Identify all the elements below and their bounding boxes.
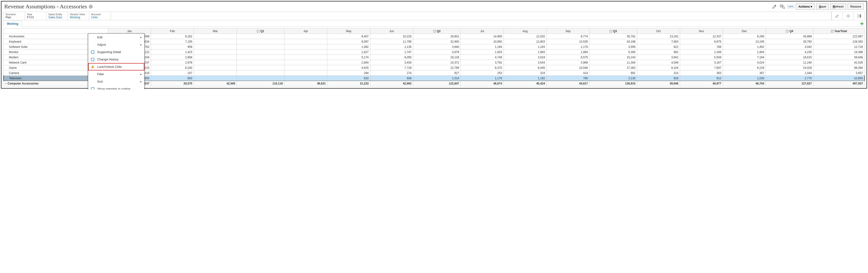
data-cell[interactable]: 768 (680, 44, 723, 49)
tab-working[interactable]: Working (3, 21, 22, 27)
data-cell[interactable]: 3,555 (590, 44, 637, 49)
data-cell[interactable]: 24,029 (766, 65, 813, 70)
data-cell[interactable]: 1,192 (503, 76, 547, 81)
data-cell[interactable]: 10,535 (547, 39, 589, 44)
data-cell[interactable]: 110,118 (237, 81, 284, 86)
data-cell[interactable]: 42,983 (370, 81, 413, 86)
data-cell[interactable]: 7,729 (370, 65, 413, 70)
data-cell[interactable]: 6,162 (151, 34, 194, 39)
data-cell[interactable]: 4,024 (723, 60, 766, 65)
edit-icon[interactable] (771, 4, 778, 10)
data-cell[interactable]: 828 (637, 76, 680, 81)
data-cell[interactable]: 8,370 (461, 65, 503, 70)
data-cell[interactable]: 122,847 (413, 81, 461, 86)
data-cell[interactable] (284, 70, 327, 76)
data-cell[interactable]: 157 (151, 70, 194, 76)
data-cell[interactable]: 7,164 (723, 55, 766, 60)
data-cell[interactable]: 8,228 (723, 65, 766, 70)
col-header[interactable]: −Q3 (590, 29, 637, 34)
data-cell[interactable]: 10,548 (547, 65, 589, 70)
info-icon[interactable]: i (89, 5, 93, 8)
data-cell[interactable]: 253 (461, 70, 503, 76)
save-button[interactable]: Save (816, 3, 829, 10)
data-cell[interactable]: 294 (327, 70, 370, 76)
data-cell[interactable]: 1,082 (327, 44, 370, 49)
data-cell[interactable]: 1,452 (723, 44, 766, 49)
col-header[interactable]: Dec (723, 29, 766, 34)
pov-expand-icon[interactable] (854, 12, 864, 20)
data-cell[interactable] (194, 44, 237, 49)
data-cell[interactable]: 10,850 (461, 39, 503, 44)
col-header[interactable]: −YearTotal (813, 29, 864, 34)
data-cell[interactable]: 31,233 (327, 81, 370, 86)
col-header[interactable]: Jun (370, 29, 413, 34)
data-cell[interactable]: 6,055 (370, 55, 413, 60)
data-cell[interactable]: 760 (547, 76, 589, 81)
col-header[interactable]: Feb (151, 29, 194, 34)
col-header[interactable]: Sep (547, 29, 589, 34)
data-cell[interactable]: 7,697 (680, 65, 723, 70)
col-header[interactable]: Apr (284, 29, 327, 34)
data-cell[interactable]: 959 (151, 44, 194, 49)
data-cell[interactable] (194, 55, 237, 60)
data-cell[interactable]: 16,615 (766, 55, 813, 60)
data-cell[interactable] (194, 60, 237, 65)
data-cell[interactable]: 15,243 (590, 55, 637, 60)
data-cell[interactable]: 10,372 (413, 60, 461, 65)
data-cell[interactable] (237, 76, 284, 81)
data-cell[interactable]: 12,718 (813, 44, 864, 49)
data-cell[interactable]: 1,178 (547, 44, 589, 49)
data-cell[interactable]: 2,858 (151, 55, 194, 60)
data-cell[interactable]: 982 (637, 49, 680, 55)
data-cell[interactable]: 4,825 (327, 65, 370, 70)
col-header[interactable]: Mar (194, 29, 237, 34)
col-header[interactable]: −Q1 (237, 29, 284, 34)
context-menu-item[interactable]: Lock/Unlock Cells (88, 63, 144, 70)
data-cell[interactable]: 11,240 (766, 60, 813, 65)
col-header[interactable]: Jan (108, 29, 151, 34)
data-cell[interactable]: 1,864 (547, 49, 589, 55)
data-cell[interactable]: 5,174 (327, 55, 370, 60)
data-cell[interactable]: 42,506 (194, 81, 237, 86)
data-cell[interactable]: 4,749 (461, 55, 503, 60)
data-cell[interactable]: 414 (547, 70, 589, 76)
data-cell[interactable] (194, 70, 237, 76)
data-cell[interactable]: 2,314 (413, 76, 461, 81)
context-menu-item[interactable]: Adjust▸ (88, 41, 144, 48)
data-cell[interactable]: 3,543 (503, 60, 547, 65)
format-zoom-icon[interactable] (779, 4, 786, 10)
data-cell[interactable]: 1,904 (723, 49, 766, 55)
data-cell[interactable] (284, 55, 327, 60)
data-cell[interactable]: 22,789 (413, 65, 461, 70)
data-cell[interactable] (194, 34, 237, 39)
data-cell[interactable] (194, 39, 237, 44)
context-menu-item[interactable]: Supporting Detail (88, 48, 144, 56)
data-cell[interactable]: 12,337 (680, 34, 723, 39)
data-cell[interactable]: 46,874 (461, 81, 503, 86)
data-cell[interactable]: 3,042 (766, 44, 813, 49)
data-cell[interactable]: 136,915 (590, 81, 637, 86)
pov-scenario[interactable]: Scenario Plan (4, 12, 25, 20)
collapse-icon[interactable]: − (831, 30, 833, 33)
data-cell[interactable]: 12,803 (503, 39, 547, 44)
data-cell[interactable]: 1,983 (503, 49, 547, 55)
data-cell[interactable]: 497,507 (813, 81, 864, 86)
data-cell[interactable]: 324 (503, 70, 547, 76)
data-cell[interactable]: 367 (723, 70, 766, 76)
data-cell[interactable]: 1,349 (680, 49, 723, 55)
data-cell[interactable] (194, 76, 237, 81)
data-cell[interactable]: 8,445 (503, 65, 547, 70)
col-header[interactable]: −Q2 (413, 29, 461, 34)
add-tab-icon[interactable]: ✚ (860, 21, 865, 26)
data-cell[interactable]: 4,049 (637, 60, 680, 65)
data-cell[interactable] (237, 70, 284, 76)
more-options-button[interactable] (787, 5, 795, 8)
data-cell[interactable]: 48,631 (284, 81, 327, 86)
data-cell[interactable]: 12,032 (503, 34, 547, 39)
data-cell[interactable] (284, 60, 327, 65)
data-cell[interactable]: 3,857 (813, 70, 864, 76)
data-cell[interactable]: 1,183 (503, 44, 547, 49)
data-cell[interactable]: 44,617 (547, 81, 589, 86)
context-menu-item[interactable]: Change History (88, 56, 144, 63)
data-cell[interactable]: 40,977 (680, 81, 723, 86)
